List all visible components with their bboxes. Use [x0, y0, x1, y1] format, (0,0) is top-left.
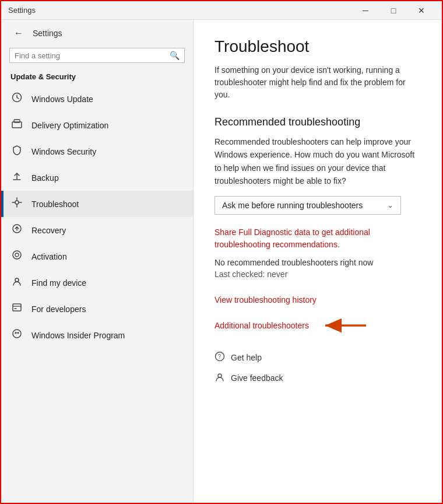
- for-developers-icon: [10, 302, 23, 316]
- sidebar: ← Settings 🔍 Update & Security Windows U…: [1, 20, 194, 504]
- give-feedback-icon: [215, 372, 225, 385]
- search-input[interactable]: [15, 51, 166, 60]
- recovery-icon: [10, 223, 23, 237]
- page-title: Troubleshoot: [215, 37, 421, 56]
- svg-text:?: ?: [218, 354, 222, 360]
- sidebar-item-find-my-device[interactable]: Find my device: [1, 270, 193, 296]
- svg-point-5: [15, 201, 19, 204]
- sidebar-item-windows-security-label: Windows Security: [31, 147, 96, 156]
- svg-point-13: [15, 253, 19, 257]
- sidebar-app-title: Settings: [33, 29, 62, 38]
- sidebar-item-windows-update[interactable]: Windows Update: [1, 86, 193, 112]
- svg-point-18: [13, 330, 21, 338]
- page-description: If something on your device isn't workin…: [215, 64, 421, 101]
- additional-troubleshooters-link[interactable]: Additional troubleshooters: [215, 321, 309, 330]
- chevron-down-icon: ⌄: [387, 201, 393, 209]
- additional-troubleshooters-row: Additional troubleshooters: [215, 316, 421, 335]
- dropdown-label: Ask me before running troubleshooters: [222, 201, 363, 210]
- app-title-label: Settings: [8, 6, 36, 15]
- view-troubleshooting-history-link[interactable]: View troubleshooting history: [215, 295, 421, 304]
- search-icon[interactable]: 🔍: [170, 51, 180, 60]
- sidebar-item-troubleshoot[interactable]: Troubleshoot: [1, 191, 193, 217]
- sidebar-item-windows-update-label: Windows Update: [31, 94, 93, 104]
- backup-icon: [10, 171, 23, 184]
- diagnostic-link[interactable]: Share Full Diagnostic data to get additi…: [215, 226, 421, 251]
- svg-point-12: [13, 251, 21, 259]
- windows-security-icon: [10, 145, 23, 158]
- sidebar-item-delivery-optimization[interactable]: Delivery Optimization: [1, 112, 193, 138]
- sidebar-item-for-developers[interactable]: For developers: [1, 296, 193, 322]
- get-help-icon: ?: [215, 351, 225, 365]
- get-help-label: Get help: [231, 353, 262, 362]
- svg-point-20: [18, 332, 19, 333]
- arrow-annotation: [319, 316, 372, 335]
- sidebar-section-title: Update & Security: [1, 69, 193, 86]
- sidebar-item-activation[interactable]: Activation: [1, 243, 193, 270]
- sidebar-item-find-my-device-label: Find my device: [31, 278, 86, 288]
- sidebar-item-activation-label: Activation: [31, 252, 67, 261]
- sidebar-item-backup-label: Backup: [31, 173, 59, 183]
- sidebar-item-recovery[interactable]: Recovery: [1, 217, 193, 243]
- svg-point-24: [218, 374, 222, 377]
- main-content: Troubleshoot If something on your device…: [194, 20, 442, 504]
- sidebar-item-backup[interactable]: Backup: [1, 164, 193, 191]
- title-bar-left: Settings: [8, 6, 36, 15]
- sidebar-item-troubleshoot-label: Troubleshoot: [31, 200, 79, 209]
- give-feedback-label: Give feedback: [231, 373, 283, 383]
- troubleshooter-dropdown[interactable]: Ask me before running troubleshooters ⌄: [215, 196, 401, 215]
- last-checked-text: Last checked: never: [215, 270, 421, 279]
- sidebar-item-recovery-label: Recovery: [31, 226, 66, 235]
- sidebar-item-windows-insider-label: Windows Insider Program: [31, 331, 125, 340]
- sidebar-item-for-developers-label: For developers: [31, 304, 86, 314]
- app-body: ← Settings 🔍 Update & Security Windows U…: [1, 20, 442, 504]
- recommended-section-description: Recommended troubleshooters can help imp…: [215, 135, 421, 188]
- delivery-optimization-icon: [10, 118, 23, 132]
- title-bar-controls: ─ □ ✕: [352, 1, 435, 20]
- close-button[interactable]: ✕: [408, 1, 435, 20]
- recommended-section-title: Recommended troubleshooting: [215, 116, 421, 128]
- bottom-links: ? Get help Give feedback: [215, 351, 421, 385]
- no-troubleshooters-text: No recommended troubleshooters right now: [215, 258, 421, 267]
- svg-point-19: [15, 332, 16, 333]
- minimize-button[interactable]: ─: [352, 1, 379, 20]
- sidebar-item-windows-insider-program[interactable]: Windows Insider Program: [1, 322, 193, 348]
- sidebar-item-windows-security[interactable]: Windows Security: [1, 138, 193, 164]
- svg-rect-15: [13, 304, 21, 311]
- search-box[interactable]: 🔍: [9, 48, 185, 63]
- arrow-icon: [319, 316, 372, 335]
- windows-update-icon: [10, 92, 23, 106]
- troubleshoot-icon: [10, 197, 23, 211]
- windows-insider-icon: [10, 328, 23, 342]
- maximize-button[interactable]: □: [380, 1, 407, 20]
- back-button[interactable]: ←: [10, 27, 27, 40]
- sidebar-item-delivery-optimization-label: Delivery Optimization: [31, 121, 108, 130]
- activation-icon: [10, 250, 23, 263]
- svg-point-14: [15, 278, 19, 282]
- title-bar: Settings ─ □ ✕: [1, 1, 442, 20]
- get-help-item[interactable]: ? Get help: [215, 351, 421, 365]
- sidebar-header: ← Settings: [1, 20, 193, 44]
- find-my-device-icon: [10, 276, 23, 289]
- give-feedback-item[interactable]: Give feedback: [215, 372, 421, 385]
